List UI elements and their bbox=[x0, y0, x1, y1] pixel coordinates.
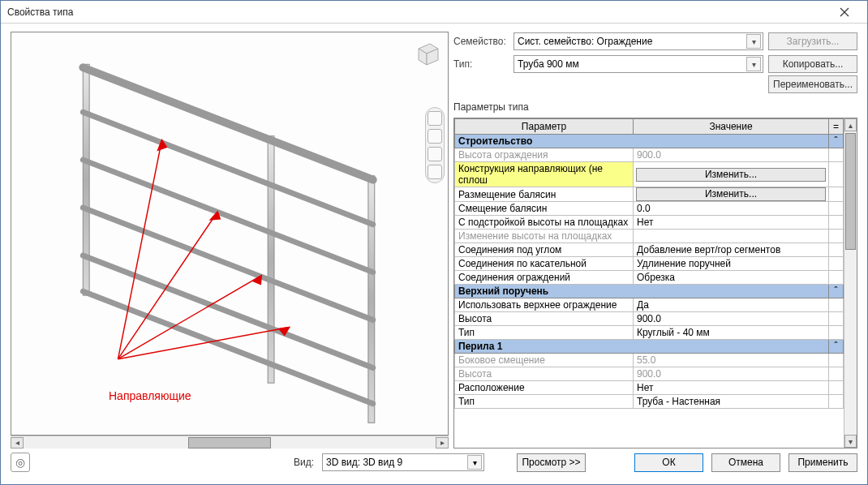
scroll-left-icon[interactable]: ◂ bbox=[11, 437, 24, 449]
param-row[interactable]: Конструкция направляющих (не сплошИзмени… bbox=[455, 162, 844, 187]
param-eq bbox=[829, 230, 844, 243]
param-row[interactable]: Соединения по касательнойУдлинение поруч… bbox=[455, 257, 844, 271]
param-eq bbox=[829, 148, 844, 162]
param-eq bbox=[829, 354, 844, 367]
collapse-icon[interactable]: ˆ bbox=[829, 285, 844, 298]
type-value: Труба 900 мм bbox=[518, 58, 579, 70]
param-row[interactable]: Высота900.0 bbox=[455, 312, 844, 326]
param-row[interactable]: Соединения огражденийОбрезка bbox=[455, 271, 844, 285]
preview-hscrollbar[interactable]: ◂ ▸ bbox=[11, 436, 449, 449]
group-header[interactable]: Строительствоˆ bbox=[455, 135, 844, 148]
preview-toggle-button[interactable]: Просмотр >> bbox=[517, 453, 586, 472]
param-value[interactable]: Труба - Настенная bbox=[634, 395, 829, 409]
steering-wheel-icon[interactable] bbox=[428, 111, 442, 126]
param-name: Размещение балясин bbox=[455, 187, 634, 202]
param-eq bbox=[829, 298, 844, 312]
navigation-bar[interactable] bbox=[425, 107, 445, 183]
param-value[interactable]: 0.0 bbox=[634, 202, 829, 216]
group-header[interactable]: Верхний порученьˆ bbox=[455, 285, 844, 298]
param-value[interactable]: 900.0 bbox=[634, 148, 829, 162]
param-eq bbox=[829, 367, 844, 381]
group-name: Строительство bbox=[455, 135, 829, 148]
edit-button[interactable]: Изменить... bbox=[636, 168, 826, 182]
param-value[interactable] bbox=[634, 230, 829, 243]
param-value[interactable]: Обрезка bbox=[634, 271, 829, 285]
param-value[interactable]: Круглый - 40 мм bbox=[634, 326, 829, 340]
titlebar: Свойства типа bbox=[1, 1, 867, 24]
toggle-preview-button[interactable]: ◎ bbox=[11, 453, 30, 472]
param-value[interactable]: 900.0 bbox=[634, 312, 829, 326]
edit-button[interactable]: Изменить... bbox=[636, 187, 826, 201]
param-value[interactable]: Добавление верт/гор сегментов bbox=[634, 243, 829, 257]
collapse-icon[interactable]: ˆ bbox=[829, 340, 844, 354]
pan-icon[interactable] bbox=[428, 129, 442, 144]
param-value[interactable]: Нет bbox=[634, 216, 829, 230]
view-select[interactable]: 3D вид: 3D вид 9 ▾ bbox=[322, 453, 484, 471]
param-eq bbox=[829, 381, 844, 395]
param-name: Тип bbox=[455, 395, 634, 409]
param-row[interactable]: Боковое смещение55.0 bbox=[455, 354, 844, 367]
chevron-down-icon[interactable]: ▾ bbox=[467, 455, 482, 470]
scroll-down-icon[interactable]: ▾ bbox=[844, 435, 857, 448]
cancel-button[interactable]: Отмена bbox=[711, 453, 780, 472]
param-eq bbox=[829, 312, 844, 326]
copy-button[interactable]: Копировать... bbox=[768, 55, 857, 73]
load-button[interactable]: Загрузить... bbox=[768, 32, 857, 50]
param-name: Смещение балясин bbox=[455, 202, 634, 216]
orbit-icon[interactable] bbox=[428, 165, 442, 179]
apply-button[interactable]: Применить bbox=[789, 453, 857, 472]
param-eq bbox=[829, 326, 844, 340]
col-parameter[interactable]: Параметр bbox=[455, 119, 634, 135]
hscroll-thumb[interactable] bbox=[188, 437, 271, 449]
family-value: Сист. семейство: Ограждение bbox=[518, 36, 652, 47]
viewcube[interactable] bbox=[410, 37, 443, 70]
param-row[interactable]: Высота900.0 bbox=[455, 367, 844, 381]
svg-rect-2 bbox=[368, 176, 375, 423]
scroll-up-icon[interactable]: ▴ bbox=[844, 118, 857, 131]
param-row[interactable]: РасположениеНет bbox=[455, 381, 844, 395]
param-value[interactable]: 900.0 bbox=[634, 367, 829, 381]
type-select[interactable]: Труба 900 мм ▾ bbox=[513, 55, 763, 73]
param-value[interactable]: Удлинение поручней bbox=[634, 257, 829, 271]
group-name: Верхний поручень bbox=[455, 285, 829, 298]
scroll-right-icon[interactable]: ▸ bbox=[436, 437, 449, 449]
param-eq bbox=[829, 216, 844, 230]
param-value[interactable]: Изменить... bbox=[634, 162, 829, 187]
chevron-down-icon[interactable]: ▾ bbox=[746, 57, 761, 71]
param-row[interactable]: ТипКруглый - 40 мм bbox=[455, 326, 844, 340]
chevron-down-icon[interactable]: ▾ bbox=[746, 34, 761, 49]
type-label: Тип: bbox=[453, 58, 509, 70]
collapse-icon[interactable]: ˆ bbox=[829, 135, 844, 148]
preview-viewport[interactable]: Направляющие bbox=[11, 32, 449, 436]
family-select[interactable]: Сист. семейство: Ограждение ▾ bbox=[513, 32, 763, 50]
param-row[interactable]: Соединения под угломДобавление верт/гор … bbox=[455, 243, 844, 257]
group-header[interactable]: Перила 1ˆ bbox=[455, 340, 844, 354]
rename-button[interactable]: Переименовать... bbox=[768, 75, 857, 93]
param-row[interactable]: Изменение высоты на площадках bbox=[455, 230, 844, 243]
param-name: Изменение высоты на площадках bbox=[455, 230, 634, 243]
param-row[interactable]: Размещение балясинИзменить... bbox=[455, 187, 844, 202]
param-row[interactable]: С подстройкой высоты на площадкахНет bbox=[455, 216, 844, 230]
param-value[interactable]: Нет bbox=[634, 381, 829, 395]
zoom-icon[interactable] bbox=[428, 147, 442, 161]
param-name: Расположение bbox=[455, 381, 634, 395]
param-value[interactable]: Да bbox=[634, 298, 829, 312]
grid-vscrollbar[interactable]: ▴ ▾ bbox=[844, 118, 857, 448]
preview-panel: Направляющие ◂ ▸ bbox=[11, 32, 449, 449]
param-row[interactable]: ТипТруба - Настенная bbox=[455, 395, 844, 409]
close-button[interactable] bbox=[828, 2, 861, 23]
vscroll-thumb[interactable] bbox=[845, 133, 856, 250]
param-row[interactable]: Смещение балясин0.0 bbox=[455, 202, 844, 216]
group-name: Перила 1 bbox=[455, 340, 829, 354]
param-value[interactable]: 55.0 bbox=[634, 354, 829, 367]
params-section-label: Параметры типа bbox=[453, 100, 857, 114]
parameters-grid[interactable]: Параметр Значение = СтроительствоˆВысота… bbox=[454, 118, 844, 409]
param-row[interactable]: Использовать верхнее ограждениеДа bbox=[455, 298, 844, 312]
param-row[interactable]: Высота ограждения900.0 bbox=[455, 148, 844, 162]
ok-button[interactable]: ОК bbox=[634, 453, 703, 472]
col-equals[interactable]: = bbox=[829, 119, 844, 135]
dialog-footer: ◎ Вид: 3D вид: 3D вид 9 ▾ Просмотр >> ОК… bbox=[1, 449, 867, 484]
col-value[interactable]: Значение bbox=[634, 119, 829, 135]
param-value[interactable]: Изменить... bbox=[634, 187, 829, 202]
properties-panel: Семейство: Сист. семейство: Ограждение ▾… bbox=[453, 32, 857, 449]
